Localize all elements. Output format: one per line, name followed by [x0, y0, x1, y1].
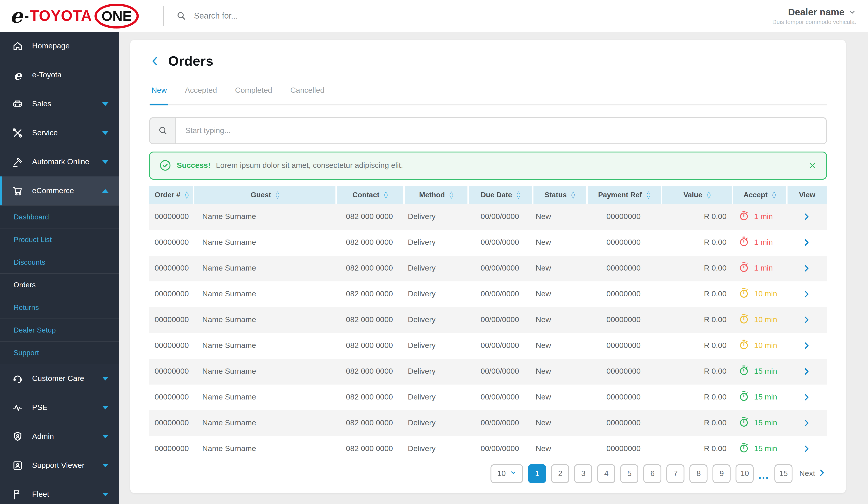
view-button[interactable]	[802, 238, 812, 248]
sidebar-item-service[interactable]: Service	[0, 119, 119, 148]
sidebar-item-support-viewer[interactable]: Support Viewer	[0, 451, 119, 480]
back-button[interactable]	[149, 55, 161, 67]
column-header-order[interactable]: Order #△▽	[149, 186, 193, 204]
column-label: Value	[683, 191, 702, 199]
success-alert: Success! Lorem ipsum dolor sit amet, con…	[149, 151, 827, 179]
view-button[interactable]	[802, 366, 812, 376]
column-header-payref[interactable]: Payment Ref△▽	[586, 186, 661, 204]
page-button-8[interactable]: 8	[690, 464, 708, 483]
column-header-method[interactable]: Method△▽	[403, 186, 468, 204]
sidebar-item-admin[interactable]: Admin	[0, 422, 119, 451]
sort-icon[interactable]: △▽	[384, 191, 388, 198]
tab-new[interactable]: New	[150, 84, 168, 105]
column-header-contact[interactable]: Contact△▽	[335, 186, 403, 204]
sidebar-item-homepage[interactable]: Homepage	[0, 32, 119, 61]
page-button-15[interactable]: 15	[774, 464, 793, 483]
sidebar-subitem-dashboard[interactable]: Dashboard	[0, 205, 119, 228]
column-label: Payment Ref	[598, 191, 642, 199]
sidebar-item-ecommerce[interactable]: eCommerce	[0, 177, 119, 205]
next-page-button[interactable]: Next	[799, 467, 827, 480]
page-button-1[interactable]: 1	[528, 464, 546, 483]
column-label: Method	[419, 191, 445, 199]
view-button[interactable]	[802, 289, 812, 299]
page-button-5[interactable]: 5	[620, 464, 639, 483]
view-button[interactable]	[802, 444, 812, 454]
sidebar-subitem-product-list[interactable]: Product List	[0, 228, 119, 251]
page-button-6[interactable]: 6	[643, 464, 662, 483]
sidebar-item-label: Homepage	[32, 42, 119, 51]
view-button[interactable]	[802, 341, 812, 351]
table-row: 00000000Name Surname082 000 0000Delivery…	[149, 281, 827, 307]
view-cell	[786, 366, 827, 376]
tab-completed[interactable]: Completed	[234, 84, 273, 104]
global-search-input[interactable]	[193, 11, 358, 21]
chevron-right-icon	[817, 467, 827, 480]
page-button-3[interactable]: 3	[575, 464, 592, 483]
sort-icon[interactable]: △▽	[276, 191, 280, 198]
chevron-down-icon	[102, 160, 108, 164]
table-search-input[interactable]	[176, 118, 826, 143]
view-button[interactable]	[802, 315, 812, 325]
page-size-select[interactable]: 10	[491, 464, 523, 483]
sidebar-subitem-returns[interactable]: Returns	[0, 296, 119, 319]
column-header-view[interactable]: View	[786, 186, 827, 204]
sort-icon[interactable]: △▽	[707, 191, 711, 198]
accept-label: 10 min	[754, 315, 777, 324]
view-cell	[786, 238, 827, 248]
view-button[interactable]	[802, 418, 812, 428]
sort-icon[interactable]: △▽	[772, 191, 776, 198]
cell-order: 00000000	[149, 444, 193, 453]
view-button[interactable]	[802, 263, 812, 273]
sort-icon[interactable]: △▽	[647, 191, 650, 198]
sidebar-item-customer-care[interactable]: Customer Care	[0, 364, 119, 393]
search-icon	[157, 125, 168, 136]
sidebar-item-e-toyota[interactable]: ee-Toyota	[0, 61, 119, 90]
sidebar-subitem-support[interactable]: Support	[0, 341, 119, 364]
sort-icon[interactable]: △▽	[517, 191, 520, 198]
flag-icon	[12, 488, 23, 501]
cell-order: 00000000	[149, 393, 193, 402]
view-button[interactable]	[802, 392, 812, 402]
column-header-accept[interactable]: Accept△▽	[732, 186, 786, 204]
cell-value: R 0.00	[661, 264, 732, 273]
cell-status: New	[532, 212, 586, 221]
cell-guest: Name Surname	[193, 367, 336, 376]
dealer-subtitle: Duis tempor commodo vehicula.	[772, 18, 856, 25]
close-icon[interactable]	[808, 161, 817, 170]
page-button-7[interactable]: 7	[666, 464, 685, 483]
tab-cancelled[interactable]: Cancelled	[289, 84, 326, 104]
cell-due: 00/00/0000	[468, 212, 532, 221]
page-button-9[interactable]: 9	[713, 464, 731, 483]
sidebar-item-pse[interactable]: PSE	[0, 393, 119, 422]
app-logo[interactable]: e - TOYOTA ONE	[10, 3, 138, 28]
sidebar-subitem-discounts[interactable]: Discounts	[0, 251, 119, 273]
app-root: e - TOYOTA ONE Dealer name Duis tempor c…	[0, 0, 868, 504]
column-header-status[interactable]: Status△▽	[532, 186, 586, 204]
sidebar-item-fleet[interactable]: Fleet	[0, 480, 119, 504]
sidebar-subitem-orders[interactable]: Orders	[0, 273, 119, 296]
sort-icon[interactable]: △▽	[185, 191, 189, 198]
shield-user-icon	[12, 431, 23, 443]
tab-accepted[interactable]: Accepted	[184, 84, 218, 104]
page-button-4[interactable]: 4	[597, 464, 616, 483]
view-button[interactable]	[802, 212, 812, 222]
page-button-2[interactable]: 2	[551, 464, 569, 483]
sidebar-item-automark-online[interactable]: Automark Online	[0, 148, 119, 177]
logo-e: e	[10, 6, 23, 26]
column-header-due[interactable]: Due Date△▽	[468, 186, 532, 204]
cell-payref: 00000000	[586, 290, 661, 299]
tools-icon	[12, 127, 23, 139]
sidebar: Homepageee-ToyotaSalesServiceAutomark On…	[0, 32, 119, 504]
sort-icon[interactable]: △▽	[571, 191, 575, 198]
page-button-10[interactable]: 10	[736, 464, 754, 483]
cell-payref: 00000000	[586, 264, 661, 273]
column-header-value[interactable]: Value△▽	[661, 186, 732, 204]
headset-icon	[12, 373, 23, 385]
sidebar-subitem-dealer-setup[interactable]: Dealer Setup	[0, 319, 119, 341]
cell-guest: Name Surname	[193, 393, 336, 402]
sort-icon[interactable]: △▽	[450, 191, 453, 198]
sidebar-item-sales[interactable]: Sales	[0, 90, 119, 119]
column-header-guest[interactable]: Guest△▽	[193, 186, 336, 204]
cell-status: New	[532, 419, 586, 427]
dealer-menu[interactable]: Dealer name Duis tempor commodo vehicula…	[772, 7, 856, 25]
